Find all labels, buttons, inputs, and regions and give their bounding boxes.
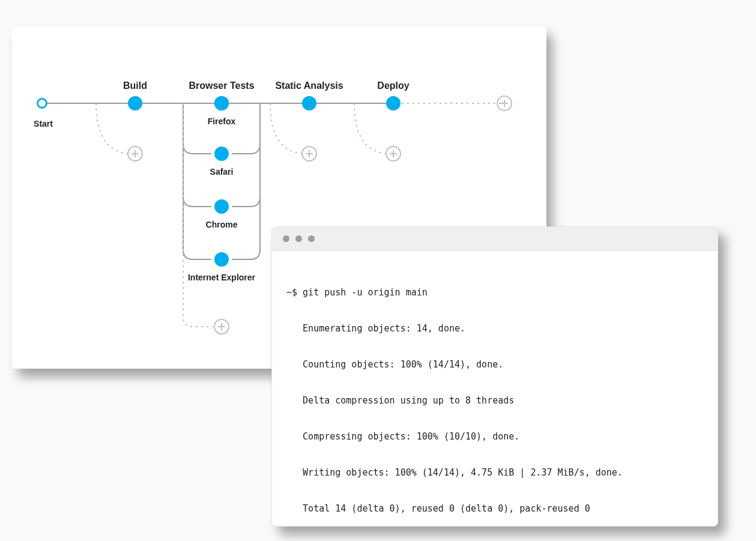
- start-label: Start: [34, 119, 53, 128]
- terminal-titlebar: [272, 227, 718, 251]
- terminal-line: ~$ git push -u origin main: [286, 283, 703, 301]
- terminal-line: Counting objects: 100% (14/14), done.: [286, 355, 703, 373]
- browser-sub-label-firefox: Firefox: [208, 116, 236, 126]
- terminal-window: ~$ git push -u origin main Enumerating o…: [271, 226, 718, 527]
- traffic-light-zoom-icon[interactable]: [308, 235, 315, 242]
- stage-title-deploy: Deploy: [377, 80, 409, 91]
- browser-sub-label-ie: Internet Explorer: [188, 273, 255, 282]
- add-parallel-build[interactable]: [127, 146, 143, 162]
- browser-sub-node-safari[interactable]: [214, 147, 229, 161]
- add-parallel-deploy[interactable]: [386, 146, 401, 162]
- stage-node-build[interactable]: [128, 96, 142, 110]
- terminal-line: Total 14 (delta 0), reused 0 (delta 0), …: [286, 500, 703, 518]
- browser-sub-node-chrome[interactable]: [214, 199, 229, 214]
- add-parallel-static[interactable]: [301, 146, 317, 162]
- traffic-light-close-icon[interactable]: [283, 235, 289, 242]
- add-stage-button[interactable]: [497, 95, 512, 111]
- terminal-line: Writing objects: 100% (14/14), 4.75 KiB …: [286, 464, 703, 482]
- terminal-body[interactable]: ~$ git push -u origin main Enumerating o…: [272, 251, 718, 527]
- browser-sub-label-chrome: Chrome: [206, 220, 238, 229]
- stage-title-static-analysis: Static Analysis: [275, 80, 343, 91]
- stage-node-deploy[interactable]: [386, 96, 401, 110]
- stage-title-build: Build: [123, 80, 147, 91]
- traffic-light-minimize-icon[interactable]: [295, 235, 302, 242]
- terminal-line: Compressing objects: 100% (10/10), done.: [286, 428, 703, 446]
- browser-sub-node-ie[interactable]: [214, 252, 229, 267]
- stage-title-browser-tests: Browser Tests: [189, 80, 254, 91]
- terminal-line: Enumerating objects: 14, done.: [286, 319, 703, 337]
- add-parallel-browser[interactable]: [214, 319, 229, 334]
- stage-node-static-analysis[interactable]: [302, 96, 316, 110]
- start-node[interactable]: [37, 98, 47, 109]
- browser-sub-label-safari: Safari: [210, 167, 234, 177]
- terminal-line: Delta compression using up to 8 threads: [286, 391, 703, 410]
